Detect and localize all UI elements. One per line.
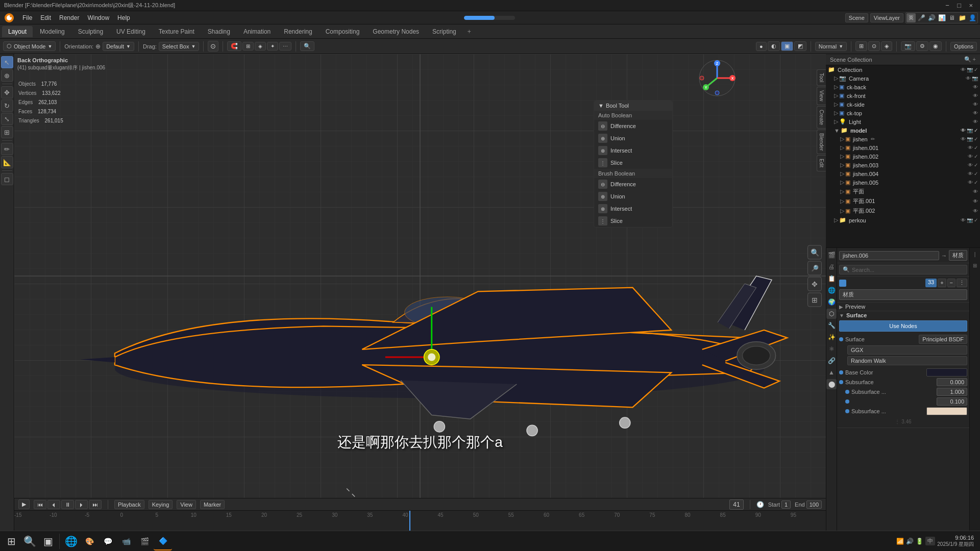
snap-more-btn[interactable]: ⋯: [279, 42, 291, 51]
annotate-tool[interactable]: ✏: [1, 143, 13, 155]
tab-rendering[interactable]: Rendering: [278, 26, 318, 37]
collection-eye[interactable]: 👁: [961, 67, 966, 72]
drag-selector[interactable]: Select Box ▼: [159, 42, 200, 51]
model-eye[interactable]: 👁: [961, 128, 966, 133]
gizmo-toggle[interactable]: ⊞: [855, 41, 867, 51]
toolbar-icon-4[interactable]: 📊: [937, 13, 946, 22]
step-forward-btn[interactable]: ⏵: [75, 500, 88, 509]
outliner-item-pingmian[interactable]: ▷ ▣ 平面 👁: [826, 187, 980, 196]
obs-btn[interactable]: 📹: [117, 532, 135, 550]
step-back-btn[interactable]: ⏴: [47, 500, 60, 509]
rotate-tool[interactable]: ↻: [1, 99, 13, 112]
marker-label[interactable]: Marker: [200, 500, 225, 509]
n-panel-create[interactable]: Create: [817, 106, 826, 129]
toolbar-icon-1[interactable]: 英: [906, 13, 916, 22]
outliner-item-camera[interactable]: ▷ 📷 Camera 👁 📷: [826, 74, 980, 83]
play-pause-btn[interactable]: ⏸: [61, 500, 74, 509]
blender-logo[interactable]: [2, 12, 16, 23]
keying-label[interactable]: Keying: [149, 500, 173, 509]
tray-volume[interactable]: 🔊: [906, 538, 914, 545]
snap-align-btn[interactable]: ◈: [255, 42, 266, 51]
search-btn[interactable]: 🔍: [300, 41, 314, 51]
outliner-filter-btn[interactable]: 🔍: [964, 56, 971, 63]
menu-edit[interactable]: Edit: [36, 13, 55, 23]
outliner-item-jishen005[interactable]: ▷ ▣ jishen.005 👁 ✓: [826, 178, 980, 187]
select-tool[interactable]: ↖: [1, 56, 13, 68]
ck-front-eye[interactable]: 👁: [973, 93, 978, 98]
tray-network[interactable]: 📶: [896, 538, 904, 545]
render-props-icon[interactable]: 🎬: [826, 250, 837, 260]
move-tool[interactable]: ✥: [1, 86, 13, 98]
material-name-field[interactable]: 材质: [949, 250, 967, 261]
outliner-item-perkou[interactable]: ▷ 📁 perkou 👁 📷 ✓: [826, 216, 980, 224]
auto-slice-btn[interactable]: ⋮ Slice: [594, 157, 672, 169]
edge-btn[interactable]: 🌐: [62, 532, 80, 550]
cursor-tool[interactable]: ⊕: [1, 69, 13, 82]
modifier-props-icon[interactable]: 🔧: [826, 320, 837, 331]
object-name-field[interactable]: jishen.006: [839, 251, 939, 260]
maximize-button[interactable]: □: [954, 2, 964, 9]
overlay-toggle[interactable]: ⊙: [868, 41, 880, 51]
constraints-props-icon[interactable]: 🔗: [826, 356, 837, 366]
snap-type-btn[interactable]: ⊞: [242, 42, 254, 51]
n-panel-view[interactable]: View: [817, 87, 826, 105]
outliner-item-jishen[interactable]: ▷ ▣ jishen ✏ 👁 📷 ✓: [826, 135, 980, 143]
ggx-selector[interactable]: GGX: [847, 345, 967, 355]
particles-props-icon[interactable]: ✨: [826, 332, 837, 342]
add-tool[interactable]: ◻: [1, 173, 13, 185]
n-panel-item[interactable]: Tool: [817, 69, 826, 86]
collection-cam[interactable]: 📷: [967, 67, 973, 72]
obj-arrow[interactable]: →: [941, 253, 947, 259]
outliner-item-collection[interactable]: 📁 Collection 👁 📷 ✓: [826, 65, 980, 74]
chuangzuozhongxin-btn[interactable]: 🎨: [80, 532, 99, 550]
auto-intersect-btn[interactable]: ⊗ Intersect: [594, 144, 672, 157]
object-props-icon[interactable]: ⬡: [826, 309, 837, 319]
toolbar-icon-3[interactable]: 🔊: [927, 13, 936, 22]
material-slot-num[interactable]: 33: [925, 279, 937, 287]
start-btn[interactable]: ⊞: [2, 532, 20, 550]
viewport-shading-3[interactable]: ▣: [781, 41, 793, 51]
blender-taskbar-btn[interactable]: 🔷: [154, 532, 172, 550]
menu-render[interactable]: Render: [55, 13, 83, 23]
material-props-icon[interactable]: ⬤: [826, 379, 837, 389]
tab-layout[interactable]: Layout: [2, 26, 33, 37]
world-props-icon[interactable]: 🌍: [826, 297, 837, 307]
menu-file[interactable]: File: [18, 13, 36, 23]
snap-btn[interactable]: 🧲: [227, 41, 241, 51]
playback-label[interactable]: Playback: [114, 500, 144, 509]
viewport-gizmo[interactable]: Z X Y: [698, 59, 737, 97]
output-props-icon[interactable]: 🖨: [826, 262, 837, 272]
clock-taskbar[interactable]: 9:06:16 2025/1/9 星期四: [937, 535, 974, 548]
outliner-item-ck-back[interactable]: ▷ ▣ ck-back 👁: [826, 83, 980, 91]
tab-uv-editing[interactable]: UV Editing: [110, 26, 152, 37]
end-frame-input[interactable]: 100: [806, 500, 822, 509]
wechat-btn[interactable]: 💬: [99, 532, 117, 550]
search-field[interactable]: 🔍 Search...: [839, 265, 967, 274]
outliner-item-pingmian001[interactable]: ▷ ▣ 平面.001 👁: [826, 196, 980, 206]
data-props-icon[interactable]: ▲: [826, 367, 837, 378]
subsurface2-value[interactable]: 1.000: [937, 388, 967, 396]
tab-modeling[interactable]: Modeling: [34, 26, 71, 37]
ck-side-eye[interactable]: 👁: [973, 102, 978, 107]
header-icon-2[interactable]: ⚙: [916, 41, 928, 51]
menu-window[interactable]: Window: [83, 13, 113, 23]
ck-back-eye[interactable]: 👁: [973, 84, 978, 90]
normal-selector[interactable]: Normal ▼: [815, 42, 847, 51]
add-workspace-button[interactable]: +: [463, 26, 475, 37]
jump-start-btn[interactable]: ⏮: [34, 500, 46, 509]
taskview-btn[interactable]: ▣: [39, 532, 57, 550]
orientation-selector[interactable]: Default ▼: [103, 42, 134, 51]
n-panel-edit[interactable]: Edit: [817, 155, 826, 171]
outliner-item-model[interactable]: ▼ 📁 model 👁 📷 ✓: [826, 126, 980, 135]
xray-toggle[interactable]: ◈: [881, 41, 892, 51]
viewport-shading-2[interactable]: ◐: [768, 41, 780, 51]
jump-end-btn[interactable]: ⏭: [89, 500, 102, 509]
options-button[interactable]: Options: [950, 42, 977, 51]
pan-btn[interactable]: ✥: [807, 277, 822, 291]
playback-btn[interactable]: ▶: [18, 499, 30, 509]
outliner-item-ck-side[interactable]: ▷ ▣ ck-side 👁: [826, 100, 980, 109]
toolbar-icon-6[interactable]: 📁: [958, 13, 967, 22]
toolbar-icon-7[interactable]: 👤: [968, 13, 977, 22]
model-cam[interactable]: 📷: [967, 128, 973, 133]
subsurface-value-field[interactable]: 0.000: [937, 378, 967, 386]
